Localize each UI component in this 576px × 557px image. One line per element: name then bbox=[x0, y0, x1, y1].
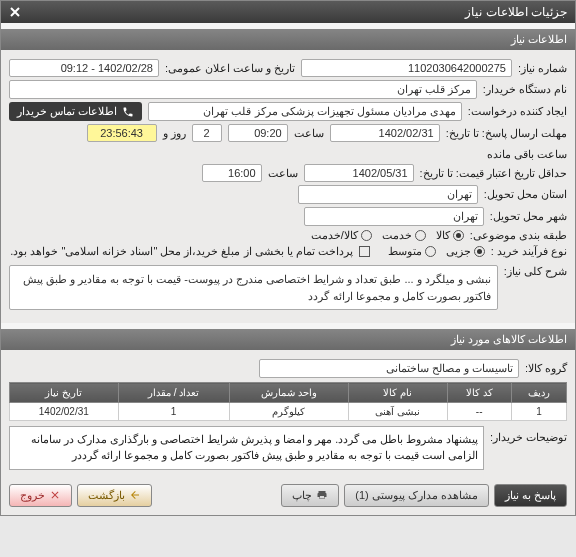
col-code: کد کالا bbox=[447, 383, 511, 403]
close-icon[interactable] bbox=[9, 6, 21, 18]
need-desc-label: شرح کلی نیاز: bbox=[504, 261, 567, 278]
reply-button[interactable]: پاسخ به نیاز bbox=[494, 484, 567, 507]
buyer-notes-label: توضیحات خریدار: bbox=[490, 426, 567, 470]
attachments-label: مشاهده مدارک پیوستی (1) bbox=[355, 489, 478, 502]
requester-label: ایجاد کننده درخواست: bbox=[468, 105, 567, 118]
back-label: بازگشت bbox=[88, 489, 125, 502]
col-unit: واحد شمارش bbox=[229, 383, 348, 403]
state-label: استان محل تحویل: bbox=[484, 188, 567, 201]
send-deadline-label: مهلت ارسال پاسخ: تا تاریخ: bbox=[446, 127, 567, 140]
buyer-device-label: نام دستگاه خریدار: bbox=[483, 83, 567, 96]
cell-code: -- bbox=[447, 403, 511, 421]
print-label: چاپ bbox=[292, 489, 312, 502]
panel-items-info: اطلاعات کالاهای مورد نیاز bbox=[1, 329, 575, 350]
state-value: تهران bbox=[298, 185, 478, 204]
table-row[interactable]: 1 -- نبشی آهنی کیلوگرم 1 1402/02/31 bbox=[10, 403, 567, 421]
city-value: تهران bbox=[304, 207, 484, 226]
radio-medium[interactable]: متوسط bbox=[388, 245, 436, 258]
title-bar: جزئیات اطلاعات نیاز bbox=[1, 1, 575, 23]
radio-service-label: خدمت bbox=[382, 229, 412, 242]
panel-need-info: اطلاعات نیاز bbox=[1, 29, 575, 50]
buy-process-group: جزیی متوسط bbox=[388, 245, 485, 258]
phone-icon bbox=[122, 106, 134, 118]
cell-row: 1 bbox=[511, 403, 566, 421]
radio-icon bbox=[474, 246, 485, 257]
radio-icon bbox=[453, 230, 464, 241]
hour-label-1: ساعت bbox=[294, 127, 324, 140]
cell-name: نبشی آهنی bbox=[349, 403, 448, 421]
hour-label-2: ساعت bbox=[268, 167, 298, 180]
pub-date-label: تاریخ و ساعت اعلان عمومی: bbox=[165, 62, 295, 75]
time-remain: 23:56:43 bbox=[87, 124, 157, 142]
col-row: ردیف bbox=[511, 383, 566, 403]
radio-medium-label: متوسط bbox=[388, 245, 422, 258]
radio-partial-label: جزیی bbox=[446, 245, 471, 258]
attachments-button[interactable]: مشاهده مدارک پیوستی (1) bbox=[344, 484, 489, 507]
radio-goods-service-label: کالا/خدمت bbox=[311, 229, 358, 242]
col-name: نام کالا bbox=[349, 383, 448, 403]
table-header-row: ردیف کد کالا نام کالا واحد شمارش تعداد /… bbox=[10, 383, 567, 403]
need-desc-value: نبشی و میلگرد و ... طبق تعداد و شرایط اخ… bbox=[9, 265, 498, 310]
valid-deadline-date: 1402/05/31 bbox=[304, 164, 414, 182]
cell-date: 1402/02/31 bbox=[10, 403, 119, 421]
buyer-notes-value: پیشنهاد مشروط باطل می گردد. مهر و امضا و… bbox=[9, 426, 484, 470]
need-info-body: شماره نیاز: 1102030642000275 تاریخ و ساع… bbox=[1, 50, 575, 323]
days-label: روز و bbox=[163, 127, 186, 140]
subject-class-group: کالا خدمت کالا/خدمت bbox=[311, 229, 464, 242]
exit-icon bbox=[49, 489, 61, 501]
city-label: شهر محل تحویل: bbox=[490, 210, 567, 223]
pub-date-value: 1402/02/28 - 09:12 bbox=[9, 59, 159, 77]
window: جزئیات اطلاعات نیاز اطلاعات نیاز شماره ن… bbox=[0, 0, 576, 516]
send-deadline-date: 1402/02/31 bbox=[330, 124, 440, 142]
items-table: ردیف کد کالا نام کالا واحد شمارش تعداد /… bbox=[9, 382, 567, 421]
back-button[interactable]: بازگشت bbox=[77, 484, 152, 507]
remain-suffix: ساعت باقی مانده bbox=[487, 148, 567, 161]
subject-class-label: طبقه بندی موضوعی: bbox=[470, 229, 567, 242]
cell-unit: کیلوگرم bbox=[229, 403, 348, 421]
radio-partial[interactable]: جزیی bbox=[446, 245, 485, 258]
valid-deadline-label: حداقل تاریخ اعتبار قیمت: تا تاریخ: bbox=[420, 167, 567, 180]
radio-goods[interactable]: کالا bbox=[436, 229, 464, 242]
valid-deadline-time: 16:00 bbox=[202, 164, 262, 182]
send-deadline-time: 09:20 bbox=[228, 124, 288, 142]
buy-process-label: نوع فرآیند خرید : bbox=[491, 245, 567, 258]
exit-button[interactable]: خروج bbox=[9, 484, 72, 507]
col-qty: تعداد / مقدار bbox=[118, 383, 229, 403]
radio-icon bbox=[415, 230, 426, 241]
radio-service[interactable]: خدمت bbox=[382, 229, 426, 242]
printer-icon bbox=[316, 489, 328, 501]
window-title: جزئیات اطلاعات نیاز bbox=[465, 5, 567, 19]
buyer-device-value: مرکز قلب تهران bbox=[9, 80, 477, 99]
radio-icon bbox=[425, 246, 436, 257]
reply-label: پاسخ به نیاز bbox=[505, 489, 556, 502]
checkbox-payment[interactable] bbox=[359, 246, 370, 257]
contact-buyer-label: اطلاعات تماس خریدار bbox=[17, 105, 117, 118]
radio-icon bbox=[361, 230, 372, 241]
contact-buyer-button[interactable]: اطلاعات تماس خریدار bbox=[9, 102, 142, 121]
back-arrow-icon bbox=[129, 489, 141, 501]
checkbox-icon bbox=[359, 246, 370, 257]
goods-group-label: گروه کالا: bbox=[525, 362, 567, 375]
radio-goods-service[interactable]: کالا/خدمت bbox=[311, 229, 372, 242]
requester-value: مهدی مرادیان مسئول تجهیزات پزشکی مرکز قل… bbox=[148, 102, 462, 121]
cell-qty: 1 bbox=[118, 403, 229, 421]
print-button[interactable]: چاپ bbox=[281, 484, 339, 507]
footer-bar: پاسخ به نیاز مشاهده مدارک پیوستی (1) چاپ… bbox=[1, 476, 575, 515]
need-no-value: 1102030642000275 bbox=[301, 59, 512, 77]
days-remain: 2 bbox=[192, 124, 222, 142]
payment-note: پرداخت تمام یا بخشی از مبلغ خرید،از محل … bbox=[9, 245, 353, 258]
items-body: گروه کالا: تاسیسات و مصالح ساختمانی ردیف… bbox=[1, 350, 575, 476]
goods-group-value: تاسیسات و مصالح ساختمانی bbox=[259, 359, 519, 378]
exit-label: خروج bbox=[20, 489, 45, 502]
need-no-label: شماره نیاز: bbox=[518, 62, 567, 75]
col-date: تاریخ نیاز bbox=[10, 383, 119, 403]
radio-goods-label: کالا bbox=[436, 229, 450, 242]
